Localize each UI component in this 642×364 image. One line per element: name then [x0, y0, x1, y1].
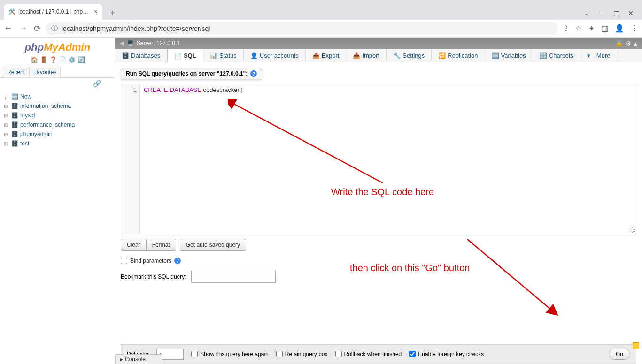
top-tabs: 🗄️Databases 📄SQL 📊Status 👤User accounts …	[115, 49, 642, 62]
tree-db-item[interactable]: ⊞🗄️mysql	[4, 111, 111, 120]
new-db-icon: 🆕	[11, 93, 18, 100]
browser-tab-strip: 🛠️ localhost / 127.0.0.1 | phpMyAdm × + …	[0, 0, 642, 20]
extensions-icon[interactable]: ✦	[588, 24, 595, 33]
new-tab-button[interactable]: +	[106, 7, 119, 20]
server-icon: 🖥️	[127, 40, 134, 46]
page-settings-gear-icon[interactable]: ⚙	[626, 40, 631, 47]
db-tree: ┌ 🆕 New ⊞🗄️information_schema ⊞🗄️mysql ⊞…	[0, 90, 115, 150]
database-icon: 🗄️	[11, 131, 18, 137]
sidebar-tab-recent[interactable]: Recent	[3, 67, 29, 77]
pma-logo: phpMyAdmin	[0, 38, 115, 55]
tree-db-item[interactable]: ⊞🗄️phpmyadmin	[4, 129, 111, 139]
home-icon[interactable]: 🏠	[31, 56, 38, 64]
database-icon: 🗄️	[11, 112, 18, 119]
tab-close-icon[interactable]: ×	[94, 8, 98, 15]
expand-icon[interactable]: ⊞	[4, 104, 9, 109]
tab-import[interactable]: 📥Import	[346, 49, 387, 62]
link-icon[interactable]: 🔗	[0, 78, 115, 90]
tab-export[interactable]: 📤Export	[306, 49, 347, 62]
more-caret-icon: ▾	[587, 52, 594, 59]
retain-checkbox[interactable]	[276, 351, 283, 357]
console-caret-icon: ▸	[120, 356, 123, 363]
tree-line-icon: ┌	[4, 94, 9, 99]
bind-params-checkbox[interactable]	[121, 258, 127, 264]
back-icon[interactable]: ←	[4, 23, 12, 34]
notification-icon[interactable]	[633, 342, 639, 349]
expand-icon[interactable]: ⊞	[4, 122, 9, 128]
url-bar[interactable]: ⓘ localhost/phpmyadmin/index.php?route=/…	[46, 22, 558, 35]
gear-icon[interactable]: ⚙️	[68, 56, 76, 64]
expand-icon[interactable]: ⊞	[4, 141, 9, 146]
tab-replication[interactable]: 🔁Replication	[432, 49, 485, 62]
fk-checkbox[interactable]	[409, 351, 416, 357]
help-icon[interactable]: ?	[174, 258, 181, 264]
clear-button[interactable]: Clear	[121, 239, 147, 251]
tree-db-item[interactable]: ⊞🗄️information_schema	[4, 101, 111, 111]
tab-sql[interactable]: 📄SQL	[167, 49, 203, 62]
users-icon: 👤	[250, 52, 257, 59]
sql-icon[interactable]: 📄	[59, 56, 66, 64]
sidebar-tab-favorites[interactable]: Favorites	[29, 67, 61, 77]
expand-icon[interactable]: ⊞	[4, 132, 9, 137]
tab-databases[interactable]: 🗄️Databases	[115, 49, 167, 62]
database-icon: 🗄️	[11, 103, 18, 109]
tree-db-item[interactable]: ⊞🗄️test	[4, 139, 111, 148]
help-icon[interactable]: ?	[250, 70, 257, 77]
sidepanel-icon[interactable]: ▥	[601, 24, 608, 33]
window-controls: ⌄ — ▢ ✕	[584, 9, 638, 20]
go-button[interactable]: Go	[609, 349, 630, 360]
database-icon: 🗄️	[122, 52, 128, 59]
site-info-icon[interactable]: ⓘ	[51, 24, 58, 33]
page-settings-lock-icon[interactable]: 🔒	[615, 40, 623, 47]
sql-panel-header: Run SQL query/queries on server "127.0.0…	[121, 68, 262, 79]
variables-icon: 🔤	[492, 52, 498, 59]
tab-charsets[interactable]: 🔡Charsets	[533, 49, 580, 62]
profile-icon[interactable]: 👤	[615, 24, 624, 33]
bookmark-input[interactable]	[191, 271, 276, 283]
collapse-handle-icon[interactable]: ◀	[120, 40, 124, 46]
bind-params-label: Bind parameters	[130, 258, 171, 264]
logout-icon[interactable]: 🚪	[40, 56, 47, 64]
rollback-checkbox[interactable]	[335, 351, 342, 357]
tab-variables[interactable]: 🔤Variables	[485, 49, 533, 62]
tab-title: localhost / 127.0.0.1 | phpMyAdm	[18, 8, 91, 15]
sql-editor[interactable]: 1 CREATE DATABASE codescracker;|	[121, 84, 636, 234]
sidebar: phpMyAdmin 🏠 🚪 ❓ 📄 ⚙️ 🔄 Recent Favorites…	[0, 38, 115, 364]
tab-more[interactable]: ▾More	[580, 49, 618, 62]
resize-handle[interactable]	[630, 228, 635, 233]
tab-status[interactable]: 📊Status	[203, 49, 244, 62]
kebab-menu-icon[interactable]: ⋮	[631, 24, 638, 33]
format-button[interactable]: Format	[147, 239, 176, 251]
tree-new[interactable]: ┌ 🆕 New	[4, 92, 111, 101]
editor-body[interactable]: CREATE DATABASE codescracker;|	[140, 84, 636, 234]
refresh-icon[interactable]: 🔄	[77, 56, 85, 64]
maximize-icon[interactable]: ▢	[613, 9, 619, 17]
close-icon[interactable]: ✕	[628, 9, 634, 17]
text-cursor: |	[241, 86, 242, 93]
wrench-icon: 🔧	[393, 52, 400, 59]
share-icon[interactable]: ⇪	[563, 24, 569, 33]
show-again-checkbox[interactable]	[191, 351, 198, 357]
expand-icon[interactable]: ⊞	[4, 113, 9, 118]
forward-icon[interactable]: →	[19, 23, 27, 34]
server-breadcrumb: ◀ 🖥️ Server: 127.0.0.1 🔒 ⚙ ▴	[115, 38, 642, 49]
minimize-icon[interactable]: —	[598, 9, 605, 17]
tab-user-accounts[interactable]: 👤User accounts	[244, 49, 306, 62]
import-icon: 📥	[353, 52, 359, 59]
page-settings-up-icon[interactable]: ▴	[634, 40, 637, 47]
tab-settings[interactable]: 🔧Settings	[387, 49, 432, 62]
docs-icon[interactable]: ❓	[49, 56, 57, 64]
editor-gutter: 1	[121, 84, 140, 234]
reload-icon[interactable]: ⟳	[34, 23, 41, 34]
bookmark-star-icon[interactable]: ☆	[575, 24, 582, 33]
autosaved-button[interactable]: Get auto-saved query	[180, 239, 246, 251]
browser-tab[interactable]: 🛠️ localhost / 127.0.0.1 | phpMyAdm ×	[4, 4, 102, 20]
bookmark-label: Bookmark this SQL query:	[121, 273, 186, 280]
console-toggle[interactable]: ▸ Console	[115, 354, 162, 364]
tree-db-item[interactable]: ⊞🗄️performance_schema	[4, 120, 111, 129]
chevron-down-icon[interactable]: ⌄	[584, 9, 590, 17]
main-panel: ◀ 🖥️ Server: 127.0.0.1 🔒 ⚙ ▴ 🗄️Databases…	[115, 38, 642, 364]
sql-footer-bar: Delimiter Show this query here again Ret…	[121, 344, 636, 364]
url-text: localhost/phpmyadmin/index.php?route=/se…	[62, 25, 210, 32]
export-icon: 📤	[312, 52, 319, 59]
